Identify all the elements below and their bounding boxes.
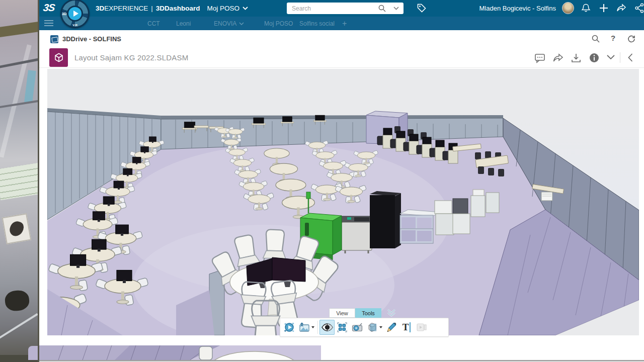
toolbar-collapse-double-chevron-icon[interactable]: [386, 309, 396, 317]
section-tool[interactable]: [365, 320, 384, 335]
measure-tool[interactable]: [350, 320, 365, 335]
search-options-chevron-icon[interactable]: [393, 7, 399, 10]
widget-header: 3DDrive - SOLFINS ?: [39, 30, 644, 48]
zoom-fit-tool[interactable]: [335, 320, 350, 335]
dropdown-caret-icon: [379, 326, 382, 328]
comments-icon[interactable]: [534, 52, 545, 63]
dashboard-tab-bar: CCT Leoni ENOVIA Moj POSO Solfins social…: [39, 17, 644, 30]
screenshot: 3S 3D V.R 3DEXPERIENCE | 3DDashboard Moj…: [0, 0, 644, 362]
viewer-tab-switch: View Tools: [329, 308, 381, 318]
collapse-panel-chevron-left-icon[interactable]: [628, 53, 633, 62]
3ddrive-icon: [50, 35, 58, 43]
tab-cct[interactable]: CCT: [147, 17, 160, 30]
scene-black-cabinet: [370, 191, 401, 248]
ambience-play-tool[interactable]: [282, 320, 297, 335]
hamburger-menu-icon[interactable]: [44, 20, 53, 27]
tab-solfins-social[interactable]: Solfins social: [299, 17, 335, 30]
3d-scene: [47, 69, 639, 335]
brand-3d: 3D: [96, 5, 104, 12]
dassault-3ds-logo[interactable]: 3S: [42, 2, 55, 14]
tab-view[interactable]: View: [329, 308, 355, 318]
page-gap: [39, 335, 644, 345]
share-arrow-icon[interactable]: [552, 52, 564, 63]
brand-title: 3DEXPERIENCE | 3DDashboard Moj POSO: [96, 0, 248, 17]
user-name: Mladen Bogicevic - Solfins: [479, 5, 556, 12]
text-cursor: [410, 322, 411, 332]
tag-icon[interactable]: [417, 3, 427, 13]
search-icon[interactable]: [378, 4, 386, 13]
scene-gray-machine: [341, 216, 373, 253]
dashboard-menu-label: Moj POSO: [207, 5, 240, 12]
divider: [317, 321, 318, 334]
playback-tool-disabled: [414, 320, 429, 335]
add-tab-button[interactable]: +: [342, 17, 347, 30]
chevron-down-icon: [239, 22, 244, 25]
viewer-toolbar: T: [280, 318, 449, 337]
compass-center: [67, 6, 83, 22]
divider: [620, 52, 620, 63]
widget-search-icon[interactable]: [591, 34, 600, 43]
document-title: Layout Sajam KG 2022.SLDASM: [74, 48, 188, 67]
3d-part-icon: [49, 48, 68, 67]
global-search: [287, 3, 404, 14]
brand-separator: |: [151, 5, 153, 12]
chevron-down-icon[interactable]: [607, 55, 615, 60]
chevron-down-icon: [243, 7, 248, 10]
hide-show-tool[interactable]: [319, 320, 335, 335]
info-icon[interactable]: [589, 52, 600, 63]
dashboard-menu[interactable]: Moj POSO: [207, 5, 249, 12]
document-bar: Layout Sajam KG 2022.SLDASM: [39, 48, 644, 68]
tab-enovia[interactable]: ENOVIA: [214, 17, 244, 30]
tab-tools[interactable]: Tools: [355, 308, 381, 318]
widget-title-row: 3DDrive - SOLFINS: [50, 30, 121, 48]
brand-app: 3DDashboard: [156, 5, 200, 12]
tab-leoni[interactable]: Leoni: [176, 17, 191, 30]
ink-annotation-tool[interactable]: [384, 320, 399, 335]
add-content-plus-icon[interactable]: [599, 3, 609, 13]
top-bar: 3S 3D V.R 3DEXPERIENCE | 3DDashboard Moj…: [39, 0, 644, 17]
play-icon: [68, 7, 82, 20]
desktop-photo-strip: [0, 0, 39, 362]
compass-vr-label: V.R: [72, 24, 77, 27]
share-nodes-icon[interactable]: [635, 3, 644, 13]
scrolled-scene-strip: [39, 345, 644, 360]
user-menu[interactable]: Mladen Bogicevic - Solfins: [479, 0, 556, 17]
widget-title: 3DDrive - SOLFINS: [62, 35, 121, 43]
notifications-bell-icon[interactable]: [581, 3, 591, 14]
3dexperience-window: 3S 3D V.R 3DEXPERIENCE | 3DDashboard Moj…: [39, 0, 644, 362]
3dexperience-compass-logo[interactable]: 3D V.R: [60, 0, 90, 28]
capture-image-tool[interactable]: [297, 320, 316, 335]
refresh-icon[interactable]: [627, 34, 636, 43]
help-icon[interactable]: ?: [611, 34, 615, 42]
dropdown-caret-icon: [311, 326, 314, 328]
compass-3d-label: 3D: [62, 12, 66, 16]
3d-viewport[interactable]: View Tools: [47, 69, 639, 335]
share-icon[interactable]: [616, 3, 627, 13]
brand-experience: EXPERIENCE: [104, 5, 148, 12]
avatar[interactable]: [562, 2, 574, 14]
download-icon[interactable]: [571, 52, 582, 63]
text-annotation-tool[interactable]: T: [399, 320, 414, 335]
tab-moj-poso[interactable]: Moj POSO: [264, 17, 293, 30]
